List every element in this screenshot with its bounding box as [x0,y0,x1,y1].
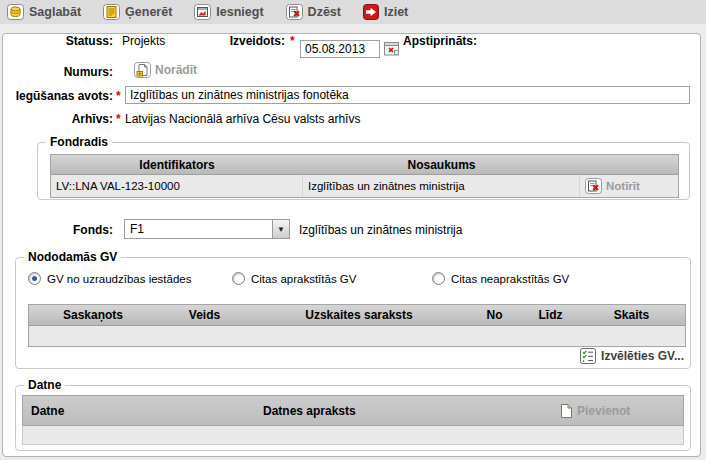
fonds-select[interactable]: F1 ▼ [124,219,290,239]
radio-gv-supervised[interactable]: GV no uzraudzības iestādes [28,272,191,285]
fondradis-fieldset: Fondradis Identifikators Nosaukums LV::L… [37,142,690,200]
datne-fieldset: Datne Datne Datnes apraksts Pievienot [15,385,691,451]
save-button-label: Saglabāt [29,5,81,19]
created-date-input[interactable] [300,40,380,58]
gv-col-from: No [466,308,523,322]
datne-table-header: Datne Datnes apraksts Pievienot [22,395,684,426]
gv-col-list: Uzskaites saraksts [252,308,466,322]
fondradis-row-name: Izglītības un zinātnes ministrija [303,175,580,197]
source-input[interactable] [125,86,690,104]
radio-button-icon [28,272,41,285]
datne-col-description: Datnes apraksts [263,404,553,418]
dropdown-arrow-icon: ▼ [272,220,289,238]
calendar-button[interactable] [384,41,400,56]
fondradis-legend: Fondradis [46,135,112,149]
fonds-description: Izglītības un zinātnes ministrija [299,223,462,237]
clear-icon [585,178,602,194]
form-panel: Statuss: Projekts Izveidots: * Apstiprin… [2,33,701,457]
radio-button-icon [232,272,245,285]
select-gv-label: Izvēlēties GV... [601,349,684,363]
submit-icon [194,4,211,20]
created-required-marker: * [290,34,295,48]
radio-gv-undescribed-label: Citas neaprakstītās GV [451,273,569,285]
created-label: Izveidots: [153,34,285,48]
status-label: Statuss: [3,34,113,48]
fonds-label: Fonds: [3,223,113,237]
radio-gv-supervised-label: GV no uzraudzības iestādes [47,273,191,285]
fondradis-row-identifier: LV::LNA VAL-123-10000 [51,175,303,197]
archive-label: Arhīvs: [3,112,113,126]
fondradis-table: Identifikators Nosaukums LV::LNA VAL-123… [50,154,679,198]
source-required-marker: * [116,89,121,103]
exit-icon [363,4,379,20]
attach-file-icon [559,403,574,419]
fonds-selected-value: F1 [125,222,272,236]
archive-value: Latvijas Nacionālā arhīva Cēsu valsts ar… [125,112,360,126]
specify-number-label: Norādīt [155,63,197,77]
radio-gv-described-label: Citas aprakstītās GV [251,273,356,285]
gv-table: Saskaņots Veids Uzskaites saraksts No Lī… [28,304,686,347]
archive-required-marker: * [116,112,121,126]
add-document-icon [134,62,151,78]
gv-col-agreed: Saskaņots [29,308,157,322]
delete-button[interactable]: Dzēst [286,4,341,20]
fondradis-table-header: Identifikators Nosaukums [51,155,678,175]
checklist-icon [580,348,596,364]
gv-fieldset: Nododamās GV GV no uzraudzības iestādes … [15,257,691,369]
save-button[interactable]: Saglabāt [7,4,81,20]
gv-legend: Nododamās GV [24,250,121,264]
datne-empty-row [22,426,684,445]
submit-button[interactable]: Iesniegt [194,4,263,20]
gv-empty-row [29,326,685,346]
radio-gv-undescribed[interactable]: Citas neaprakstītās GV [432,272,569,285]
number-label: Numurs: [3,65,113,79]
approved-label: Apstiprināts: [403,34,477,48]
toolbar: Saglabāt Ģenerēt Iesniegt [0,0,706,24]
save-icon [7,4,24,20]
clear-fond-label: Notīrīt [606,180,640,192]
calendar-icon [384,41,400,56]
fondradis-col-name: Nosaukums [303,158,580,172]
radio-gv-described[interactable]: Citas aprakstītās GV [232,272,356,285]
generate-button[interactable]: Ģenerēt [103,4,172,20]
fondradis-col-identifier: Identifikators [51,158,303,172]
generate-icon [103,4,120,20]
select-gv-button[interactable]: Izvēlēties GV... [580,348,684,364]
datne-col-file: Datne [23,404,263,418]
exit-button-label: Iziet [384,5,408,19]
gv-col-to: Līdz [523,308,578,322]
gv-col-count: Skaits [578,308,685,322]
fondradis-table-row: LV::LNA VAL-123-10000 Izglītības un zinā… [51,175,678,197]
specify-number-button[interactable]: Norādīt [134,62,197,78]
source-label: Iegūšanas avots: [3,89,113,103]
gv-col-type: Veids [157,308,252,322]
add-file-label: Pievienot [577,404,630,418]
add-file-button[interactable]: Pievienot [559,403,630,419]
delete-icon [286,4,303,20]
delete-button-label: Dzēst [308,5,341,19]
radio-button-icon [432,272,445,285]
gv-table-header: Saskaņots Veids Uzskaites saraksts No Lī… [29,305,685,326]
datne-legend: Datne [24,378,65,392]
submit-button-label: Iesniegt [216,5,263,19]
generate-button-label: Ģenerēt [125,5,172,19]
clear-fond-button[interactable]: Notīrīt [580,175,678,197]
exit-button[interactable]: Iziet [363,4,408,20]
